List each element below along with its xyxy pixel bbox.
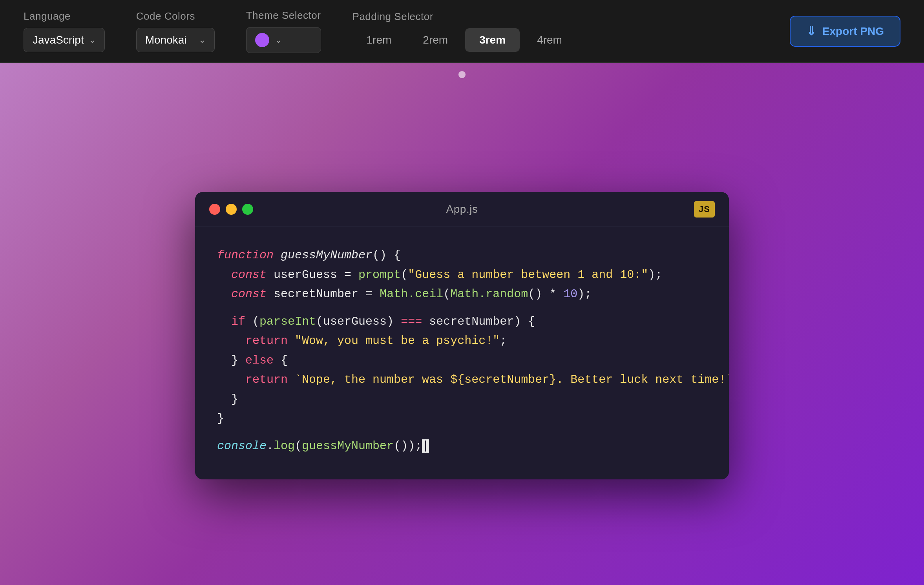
theme-color-dot: [255, 33, 269, 47]
download-icon: ⇓: [806, 24, 816, 38]
padding-2rem[interactable]: 2rem: [409, 28, 462, 52]
theme-selector-label: Theme Selector: [246, 9, 321, 22]
language-label: Language: [24, 10, 105, 22]
chevron-down-icon: ⌄: [275, 35, 282, 45]
code-line-5: if (parseInt(userGuess) === secretNumber…: [217, 312, 707, 332]
window-close-button[interactable]: [209, 204, 220, 215]
code-line-6: return "Wow, you must be a psychic!";: [217, 331, 707, 351]
code-colors-select[interactable]: Monokai ⌄: [136, 28, 215, 52]
code-line-1: function guessMyNumber() {: [217, 246, 707, 265]
code-line-3: const secretNumber = Math.ceil(Math.rand…: [217, 285, 707, 304]
code-editor: function guessMyNumber() { const userGue…: [195, 227, 729, 479]
language-value: JavaScript: [33, 34, 84, 46]
code-line-8: return `Nope, the number was ${secretNum…: [217, 370, 707, 390]
padding-selector-group: Padding Selector 1rem 2rem 3rem 4rem: [352, 11, 576, 52]
padding-3rem[interactable]: 3rem: [465, 28, 520, 52]
content-area: App.js JS function guessMyNumber() { con…: [0, 86, 924, 585]
padding-4rem[interactable]: 4rem: [523, 28, 576, 52]
theme-selector-control[interactable]: ⌄: [246, 27, 321, 53]
language-select[interactable]: JavaScript ⌄: [24, 28, 105, 52]
export-png-button[interactable]: ⇓ Export PNG: [790, 16, 900, 47]
window-buttons: [209, 204, 253, 215]
code-line-12: console.log(guessMyNumber());|: [217, 437, 707, 456]
theme-selector-group: Theme Selector ⌄: [246, 9, 321, 53]
padding-options: 1rem 2rem 3rem 4rem: [352, 28, 576, 52]
code-colors-group: Code Colors Monokai ⌄: [136, 10, 215, 52]
export-label: Export PNG: [822, 25, 884, 38]
chevron-down-icon: ⌄: [199, 35, 206, 45]
divider-dot: [458, 71, 466, 78]
chevron-down-icon: ⌄: [89, 35, 96, 45]
code-line-2: const userGuess = prompt("Guess a number…: [217, 265, 707, 285]
code-line-7: } else {: [217, 351, 707, 371]
divider-row: [0, 63, 924, 86]
code-colors-label: Code Colors: [136, 10, 215, 22]
window-title: App.js: [446, 203, 478, 216]
window-titlebar: App.js JS: [195, 192, 729, 227]
toolbar: Language JavaScript ⌄ Code Colors Monoka…: [0, 0, 924, 63]
language-group: Language JavaScript ⌄: [24, 10, 105, 52]
padding-1rem[interactable]: 1rem: [352, 28, 406, 52]
padding-selector-label: Padding Selector: [352, 11, 576, 23]
code-window: App.js JS function guessMyNumber() { con…: [195, 192, 729, 479]
code-colors-value: Monokai: [145, 34, 187, 46]
window-maximize-button[interactable]: [242, 204, 253, 215]
code-line-9: }: [217, 390, 707, 410]
js-badge: JS: [694, 201, 715, 218]
window-minimize-button[interactable]: [226, 204, 237, 215]
code-line-10: }: [217, 409, 707, 429]
